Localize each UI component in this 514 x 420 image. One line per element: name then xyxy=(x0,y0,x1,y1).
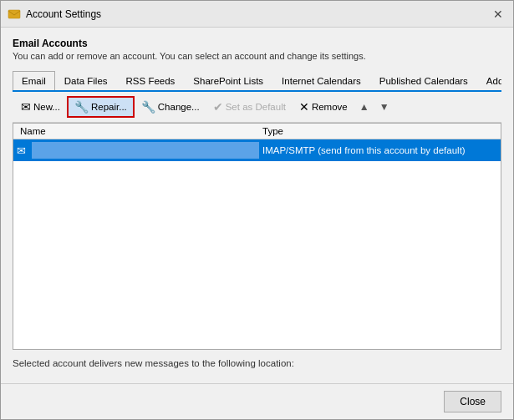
title-bar: Account Settings ✕ xyxy=(1,1,513,28)
dialog-footer: Close xyxy=(1,383,513,419)
status-area: Selected account delivers new messages t… xyxy=(13,350,501,375)
tab-sharepoint-lists[interactable]: SharePoint Lists xyxy=(184,71,272,92)
col-header-name: Name xyxy=(17,126,259,136)
dialog-icon xyxy=(8,8,21,21)
repair-icon: 🔧 xyxy=(74,100,89,114)
change-label: Change... xyxy=(158,102,200,112)
repair-button[interactable]: 🔧 Repair... xyxy=(67,96,135,118)
status-text: Selected account delivers new messages t… xyxy=(13,358,294,368)
list-body: ✉ IMAP/SMTP (send from this account by d… xyxy=(13,139,501,349)
move-down-button[interactable]: ▼ xyxy=(374,98,394,116)
remove-label: Remove xyxy=(312,102,348,112)
set-default-label: Set as Default xyxy=(226,102,286,112)
section-description: You can add or remove an account. You ca… xyxy=(13,51,501,61)
col-header-type: Type xyxy=(259,126,497,136)
tab-address-books[interactable]: Address Books xyxy=(477,71,501,92)
svg-rect-0 xyxy=(8,10,20,18)
account-icon: ✉ xyxy=(17,144,32,157)
new-button[interactable]: ✉ New... xyxy=(14,97,67,117)
remove-button[interactable]: ✕ Remove xyxy=(293,97,354,117)
dialog-title: Account Settings xyxy=(26,8,101,20)
tab-email[interactable]: Email xyxy=(13,71,55,92)
change-button[interactable]: 🔧 Change... xyxy=(135,97,206,117)
change-icon: 🔧 xyxy=(141,100,155,114)
account-settings-dialog: Account Settings ✕ Email Accounts You ca… xyxy=(0,0,514,420)
tab-internet-calendars[interactable]: Internet Calendars xyxy=(272,71,370,92)
tabs-container: Email Data Files RSS Feeds SharePoint Li… xyxy=(13,69,501,92)
tab-data-files[interactable]: Data Files xyxy=(55,71,117,92)
toolbar: ✉ New... 🔧 Repair... 🔧 Change... ✔ Set a… xyxy=(13,92,501,123)
list-header: Name Type xyxy=(13,124,501,139)
close-title-button[interactable]: ✕ xyxy=(490,6,506,23)
set-default-button[interactable]: ✔ Set as Default xyxy=(206,97,293,117)
repair-label: Repair... xyxy=(91,102,127,112)
section-heading: Email Accounts xyxy=(13,38,501,49)
tab-published-calendars[interactable]: Published Calendars xyxy=(370,71,477,92)
tab-rss-feeds[interactable]: RSS Feeds xyxy=(117,71,185,92)
new-icon: ✉ xyxy=(21,100,31,114)
account-name xyxy=(32,142,259,159)
set-default-icon: ✔ xyxy=(213,100,223,114)
remove-icon: ✕ xyxy=(299,100,309,114)
account-type: IMAP/SMTP (send from this account by def… xyxy=(259,145,497,155)
dialog-body: Email Accounts You can add or remove an … xyxy=(1,28,513,383)
move-up-button[interactable]: ▲ xyxy=(354,98,374,116)
title-bar-left: Account Settings xyxy=(8,8,101,21)
new-label: New... xyxy=(33,102,60,112)
accounts-list-area: Name Type ✉ IMAP/SMTP (send from this ac… xyxy=(13,123,501,350)
close-button[interactable]: Close xyxy=(444,391,501,412)
table-row[interactable]: ✉ IMAP/SMTP (send from this account by d… xyxy=(13,139,501,161)
